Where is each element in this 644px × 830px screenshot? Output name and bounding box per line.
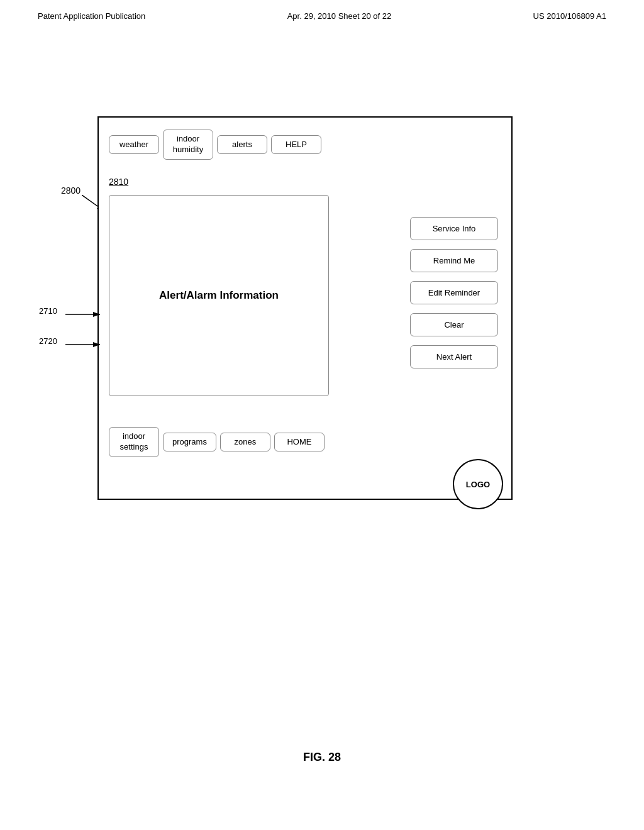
svg-marker-3 xyxy=(93,312,100,317)
patent-header-left: Patent Application Publication xyxy=(38,11,145,21)
next-alert-button[interactable]: Next Alert xyxy=(410,345,498,368)
patent-header-center: Apr. 29, 2010 Sheet 20 of 22 xyxy=(287,11,392,21)
tab-indoor-settings[interactable]: indoorsettings xyxy=(109,427,159,457)
alert-alarm-info-text: Alert/Alarm Information xyxy=(159,289,279,302)
logo-label: LOGO xyxy=(466,480,490,489)
svg-marker-5 xyxy=(93,342,100,347)
bottom-nav: indoorsettings programs zones HOME xyxy=(103,420,508,464)
tab-weather[interactable]: weather xyxy=(109,135,159,155)
label-2810: 2810 xyxy=(109,177,128,187)
edit-reminder-button[interactable]: Edit Reminder xyxy=(410,281,498,304)
tab-programs[interactable]: programs xyxy=(163,433,216,452)
label-2800: 2800 xyxy=(61,185,80,196)
tab-home[interactable]: HOME xyxy=(274,433,325,452)
figure-label: FIG. 28 xyxy=(303,751,341,764)
top-nav: weather indoorhumidity alerts HELP xyxy=(103,123,508,167)
patent-header-right: US 2010/106809 A1 xyxy=(533,11,606,21)
arrow-2710 xyxy=(65,311,103,318)
tab-zones[interactable]: zones xyxy=(220,433,270,452)
left-panel: 2810 Alert/Alarm Information xyxy=(103,170,341,415)
alert-info-box: Alert/Alarm Information xyxy=(109,195,329,396)
right-panel: Service Info Remind Me Edit Reminder Cle… xyxy=(341,170,508,415)
patent-header: Patent Application Publication Apr. 29, … xyxy=(0,0,644,27)
label-2710: 2710 xyxy=(39,306,57,316)
tab-help[interactable]: HELP xyxy=(271,135,321,155)
arrow-2720 xyxy=(65,341,103,348)
logo-button[interactable]: LOGO xyxy=(453,459,503,509)
remind-me-button[interactable]: Remind Me xyxy=(410,249,498,272)
tab-indoor-humidity[interactable]: indoorhumidity xyxy=(163,130,213,160)
content-area: 2810 Alert/Alarm Information Service Inf… xyxy=(103,170,508,415)
tab-alerts[interactable]: alerts xyxy=(217,135,267,155)
label-2720: 2720 xyxy=(39,336,57,346)
service-info-button[interactable]: Service Info xyxy=(410,217,498,240)
clear-button[interactable]: Clear xyxy=(410,313,498,336)
